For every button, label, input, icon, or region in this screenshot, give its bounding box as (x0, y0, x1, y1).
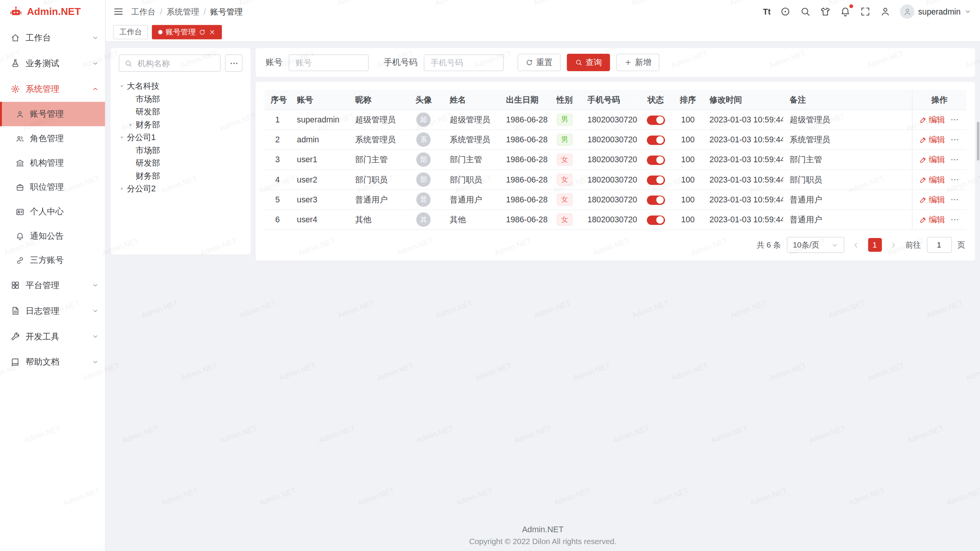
tree-node[interactable]: 市场部 (119, 144, 242, 156)
page-unit-label: 页 (957, 240, 965, 250)
tree-node[interactable]: 财务部 (119, 170, 242, 182)
column-header: 序号 (265, 90, 291, 109)
status-toggle[interactable] (647, 175, 665, 184)
sidebar-item-personal-center[interactable]: 个人中心 (0, 199, 105, 224)
row-more-button[interactable] (950, 175, 959, 184)
goto-page-input[interactable] (926, 237, 951, 253)
cell-name: 其他 (443, 210, 500, 230)
theme-button[interactable] (820, 6, 831, 17)
tree-node[interactable]: 市场部 (119, 93, 242, 105)
sidebar-item-role-management[interactable]: 角色管理 (0, 126, 105, 151)
row-more-button[interactable] (950, 195, 959, 204)
row-more-button[interactable] (950, 155, 959, 164)
page-size-select[interactable]: 10条/页 (787, 237, 844, 253)
tree-expand-icon[interactable] (119, 134, 125, 140)
user-menu[interactable]: superadmin (900, 4, 971, 19)
screen-record-button[interactable] (780, 6, 791, 17)
edit-label: 编辑 (929, 194, 945, 205)
page-1-button[interactable]: 1 (868, 238, 882, 252)
sidebar-item-notice[interactable]: 通知公告 (0, 223, 105, 248)
breadcrumb-item[interactable]: 账号管理 (210, 6, 243, 17)
logo[interactable]: Admin.NET (0, 0, 105, 23)
status-toggle[interactable] (647, 115, 665, 124)
cell-sort: 100 (673, 210, 703, 230)
notification-button[interactable] (840, 6, 851, 17)
column-header: 修改时间 (703, 90, 783, 109)
cell-remark: 普通用户 (783, 210, 912, 230)
add-button[interactable]: 新增 (616, 54, 660, 71)
users-icon (16, 134, 24, 143)
account-input[interactable] (289, 54, 369, 71)
tree-node[interactable]: 研发部 (119, 157, 242, 170)
avatar: 部 (416, 173, 431, 187)
sidebar-item-help-docs[interactable]: 帮助文档 (0, 349, 105, 375)
edit-button[interactable]: 编辑 (920, 194, 945, 205)
cell-actions: 编辑 (912, 190, 966, 210)
cell-avatar: 超 (404, 110, 443, 130)
sidebar-item-third-party-account[interactable]: 三方账号 (0, 248, 105, 272)
edit-button[interactable]: 编辑 (920, 214, 945, 225)
tab-account-management[interactable]: 账号管理 (152, 25, 222, 39)
tree-node[interactable]: 大名科技 (119, 80, 242, 93)
status-toggle[interactable] (647, 195, 665, 204)
edit-button[interactable]: 编辑 (920, 134, 945, 145)
cell-actions: 编辑 (912, 150, 966, 170)
fullscreen-icon (860, 6, 871, 17)
sidebar-item-dev-tools[interactable]: 开发工具 (0, 324, 105, 349)
row-more-button[interactable] (950, 215, 959, 224)
avatar: 系 (416, 132, 431, 147)
sidebar-item-label: 三方账号 (30, 254, 99, 266)
tab-workbench[interactable]: 工作台 (113, 25, 148, 39)
row-more-button[interactable] (950, 115, 959, 124)
tab-refresh-icon[interactable] (199, 29, 206, 36)
tree-node[interactable]: 研发部 (119, 106, 242, 118)
tab-close-icon[interactable] (209, 29, 216, 36)
fullscreen-button[interactable] (860, 6, 871, 17)
status-toggle[interactable] (647, 215, 665, 225)
chevron-down-icon (92, 34, 99, 41)
prev-page-button[interactable] (850, 238, 862, 252)
sidebar-item-log-management[interactable]: 日志管理 (0, 298, 105, 324)
sidebar-item-business-test[interactable]: 业务测试 (0, 51, 105, 76)
scrollbar-thumb[interactable] (977, 122, 980, 160)
avatar: 部 (416, 152, 431, 167)
gender-tag: 女 (557, 194, 573, 205)
sidebar-item-account-management[interactable]: 账号管理 (0, 102, 105, 126)
profile-shortcut-button[interactable] (880, 6, 891, 17)
phone-input[interactable] (424, 54, 504, 71)
edit-label: 编辑 (929, 214, 945, 225)
tree-node-label: 财务部 (136, 170, 160, 181)
breadcrumb-item[interactable]: 系统管理 (167, 6, 199, 17)
cell-phone: 18020030720 (581, 210, 639, 230)
tree-more-button[interactable] (225, 54, 243, 72)
tree-expand-icon[interactable] (127, 122, 134, 128)
font-size-button[interactable]: Tt (763, 7, 771, 16)
status-toggle[interactable] (647, 135, 665, 145)
sidebar-item-position-management[interactable]: 职位管理 (0, 175, 105, 199)
sidebar-item-org-management[interactable]: 机构管理 (0, 150, 105, 175)
cell-nickname: 超级管理员 (349, 110, 404, 130)
sidebar-item-platform-management[interactable]: 平台管理 (0, 272, 105, 298)
breadcrumb-item[interactable]: 工作台 (131, 6, 156, 17)
tree-node-label: 分公司2 (127, 183, 155, 194)
sidebar-item-workbench[interactable]: 工作台 (0, 25, 105, 51)
row-more-button[interactable] (950, 135, 959, 144)
tree-expand-icon[interactable] (119, 83, 125, 90)
edit-button[interactable]: 编辑 (920, 154, 945, 165)
cell-phone: 18020030720 (581, 150, 639, 170)
tree-node[interactable]: 财务部 (119, 118, 242, 131)
sidebar-item-system-management[interactable]: 系统管理 (0, 76, 105, 102)
gender-tag: 女 (557, 154, 573, 166)
tree-expand-icon[interactable] (119, 186, 125, 192)
global-search-button[interactable] (800, 6, 811, 17)
menu-toggle-button[interactable] (113, 6, 124, 17)
search-button[interactable]: 查询 (567, 54, 610, 71)
edit-button[interactable]: 编辑 (920, 174, 945, 185)
tree-node[interactable]: 分公司1 (119, 131, 242, 144)
org-search-input[interactable] (136, 58, 215, 68)
tree-node[interactable]: 分公司2 (119, 183, 242, 195)
status-toggle[interactable] (647, 155, 665, 165)
next-page-button[interactable] (887, 238, 900, 252)
reset-button[interactable]: 重置 (518, 54, 561, 71)
edit-button[interactable]: 编辑 (920, 114, 945, 125)
